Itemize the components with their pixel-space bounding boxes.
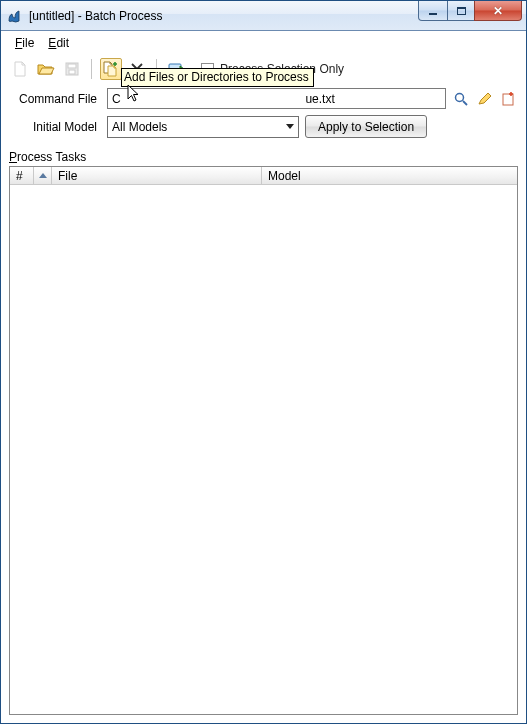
process-tasks-label: Process Tasks (9, 150, 518, 164)
open-folder-icon (37, 61, 55, 77)
sort-ascending-icon (39, 173, 47, 178)
save-button[interactable] (61, 58, 83, 80)
window-content: File Edit (1, 31, 526, 723)
command-file-label: Command File (9, 92, 101, 106)
column-file[interactable]: File (52, 167, 262, 184)
new-command-file-button[interactable] (500, 90, 518, 108)
window-controls: ✕ (419, 1, 522, 21)
menu-file[interactable]: File (9, 34, 40, 52)
maximize-button[interactable] (447, 1, 475, 21)
menu-bar: File Edit (9, 34, 518, 52)
close-button[interactable]: ✕ (474, 1, 522, 21)
pencil-icon (477, 91, 493, 107)
initial-model-select[interactable]: All Models (107, 116, 299, 138)
process-tasks-table: # File Model (9, 166, 518, 715)
save-icon (64, 61, 80, 77)
initial-model-label: Initial Model (9, 120, 101, 134)
column-number[interactable]: # (10, 167, 34, 184)
svg-point-5 (456, 93, 464, 101)
minimize-button[interactable] (418, 1, 448, 21)
command-file-input[interactable]: C Add Files or Directories to Process ue… (107, 88, 446, 109)
browse-command-file-button[interactable] (452, 90, 470, 108)
new-command-icon (501, 91, 517, 107)
batch-process-window: [untitled] - Batch Process ✕ File Edit (0, 0, 527, 724)
app-icon (7, 8, 23, 24)
svg-rect-1 (68, 64, 76, 68)
open-button[interactable] (35, 58, 57, 80)
tooltip: Add Files or Directories to Process (121, 68, 314, 87)
apply-to-selection-button[interactable]: Apply to Selection (305, 115, 427, 138)
initial-model-row: Initial Model All Models Apply to Select… (9, 115, 518, 138)
add-files-button[interactable] (100, 58, 122, 80)
add-files-icon (102, 60, 120, 78)
title-bar[interactable]: [untitled] - Batch Process ✕ (1, 1, 526, 31)
column-sort[interactable] (34, 167, 52, 184)
table-body[interactable] (10, 185, 517, 714)
svg-rect-2 (69, 70, 75, 74)
initial-model-value: All Models (112, 120, 167, 134)
command-file-row: Command File C Add Files or Directories … (9, 88, 518, 109)
chevron-down-icon (286, 124, 294, 129)
table-header: # File Model (10, 167, 517, 185)
window-title: [untitled] - Batch Process (29, 9, 162, 23)
new-file-icon (12, 61, 28, 77)
edit-command-file-button[interactable] (476, 90, 494, 108)
magnify-icon (453, 91, 469, 107)
menu-edit[interactable]: Edit (42, 34, 75, 52)
column-model[interactable]: Model (262, 167, 517, 184)
toolbar-separator (91, 59, 92, 79)
new-file-button[interactable] (9, 58, 31, 80)
